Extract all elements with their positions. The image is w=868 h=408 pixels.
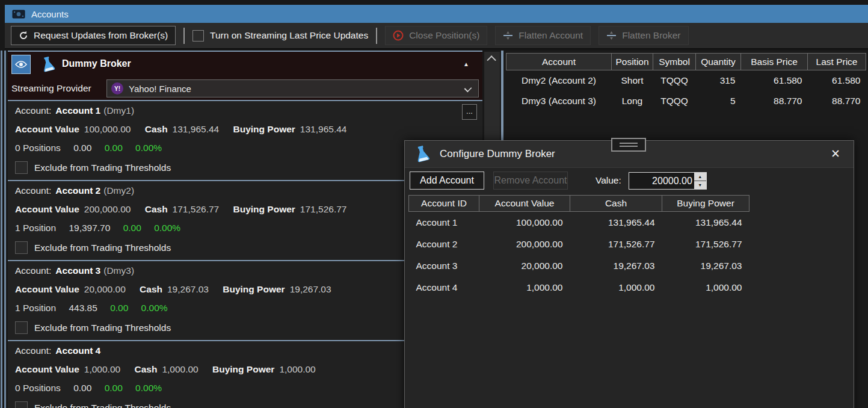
column-header-buying-power[interactable]: Buying Power (662, 196, 749, 212)
cell-account-id: Account 1 (409, 212, 479, 234)
dialog-controls: Add Account Remove Account Value: 20000.… (410, 171, 849, 190)
value-input[interactable]: 20000.00 (629, 173, 694, 189)
config-header-row: Account ID Account Value Cash Buying Pow… (409, 196, 749, 212)
cash-icon (12, 10, 25, 19)
close-positions-button[interactable]: Close Position(s) (385, 26, 487, 45)
flatten-account-button[interactable]: Flatten Account (495, 26, 591, 45)
dialog-drag-grip[interactable] (611, 138, 646, 152)
add-account-button[interactable]: Add Account (410, 172, 484, 190)
configure-broker-dialog: Configure Dummy Broker ✕ Add Account Rem… (404, 140, 854, 408)
broker-header: Dummy Broker ▲ Streaming Provider Y! Yah… (8, 52, 482, 100)
remove-account-button[interactable]: Remove Account (493, 172, 568, 190)
collapse-icon[interactable]: ▲ (463, 61, 469, 67)
streaming-toggle[interactable]: Turn on Streaming Last Price Updates (192, 30, 368, 42)
cell-cash: 131,965.44 (570, 212, 662, 234)
position-row[interactable]: Dmy2 (Account 2) Short TQQQ 315 61.580 6… (506, 70, 866, 91)
cash-value: 131,965.44 (173, 124, 220, 134)
cash-label: Cash (140, 284, 162, 294)
positions-market-value: 443.85 (69, 303, 97, 313)
visibility-toggle-button[interactable] (11, 55, 31, 74)
cell-account: Dmy2 (Account 2) (506, 70, 612, 91)
cell-cash: 171,526.77 (570, 233, 662, 255)
column-header-last-price[interactable]: Last Price (808, 54, 866, 70)
eye-icon (15, 60, 27, 69)
config-account-row[interactable]: Account 2 200,000.00 171,526.77 171,526.… (409, 233, 749, 255)
account-title: Account:Account 1(Dmy1) (15, 105, 475, 116)
exclude-thresholds-checkbox[interactable] (15, 321, 28, 334)
cell-position: Short (612, 70, 653, 91)
scroll-up-button[interactable] (484, 52, 500, 66)
cell-cash: 1,000.00 (570, 277, 662, 298)
config-account-row[interactable]: Account 1 100,000.00 131,965.44 131,965.… (409, 212, 749, 234)
account-values-row: Account Value100,000.00 Cash131,965.44 B… (15, 124, 475, 135)
exclude-thresholds-checkbox[interactable] (15, 161, 28, 174)
flatten-broker-label: Flatten Broker (622, 30, 680, 41)
exclude-thresholds-checkbox[interactable] (15, 401, 28, 408)
account-value-label: Account Value (15, 284, 79, 294)
cell-position: Long (612, 91, 653, 111)
exclude-thresholds-label: Exclude from Trading Thresholds (34, 403, 171, 408)
value-spinner[interactable]: 20000.00 ▲ ▼ (629, 172, 707, 190)
cash-label: Cash (145, 204, 168, 214)
column-header-account-id[interactable]: Account ID (409, 196, 479, 212)
spinner-buttons: ▲ ▼ (694, 173, 706, 189)
spinner-down-button[interactable]: ▼ (694, 181, 706, 189)
streaming-provider-row: Streaming Provider Y! Yahoo! Finance (8, 77, 482, 100)
close-positions-label: Close Position(s) (409, 30, 479, 41)
column-header-basis-price[interactable]: Basis Price (741, 54, 808, 70)
flatten-broker-button[interactable]: Flatten Broker (599, 26, 688, 45)
account-value: 100,000.00 (84, 124, 131, 134)
exclude-thresholds-checkbox[interactable] (15, 241, 28, 254)
spinner-up-button[interactable]: ▲ (694, 173, 706, 181)
account-value: 20,000.00 (84, 284, 126, 294)
account-options-button[interactable]: ... (462, 104, 477, 120)
cash-value: 171,526.77 (173, 204, 220, 214)
account-value-label: Account Value (15, 364, 79, 374)
column-header-account-value[interactable]: Account Value (479, 196, 570, 212)
positions-count: 0 Positions (15, 383, 61, 393)
close-icon[interactable]: ✕ (831, 147, 840, 161)
buying-power-label: Buying Power (233, 204, 295, 214)
toolbar-separator (376, 28, 377, 44)
pnl-value: 0.00 (105, 143, 123, 153)
request-updates-button[interactable]: Request Updates from Broker(s) (11, 26, 176, 45)
buying-power-value: 19,267.03 (290, 284, 331, 294)
exclude-thresholds-label: Exclude from Trading Thresholds (34, 243, 171, 253)
cell-symbol: TQQQ (653, 70, 696, 91)
column-header-quantity[interactable]: Quantity (696, 54, 741, 70)
account-suffix: (Dmy3) (103, 265, 134, 276)
exclude-thresholds-label: Exclude from Trading Thresholds (34, 162, 171, 173)
streaming-provider-select[interactable]: Y! Yahoo! Finance (106, 79, 479, 97)
buying-power-value: 1,000.00 (279, 364, 315, 374)
pnl-percent: 0.00% (141, 303, 168, 313)
request-updates-label: Request Updates from Broker(s) (34, 30, 168, 41)
cell-symbol: TQQQ (653, 91, 696, 111)
buying-power-label: Buying Power (223, 284, 285, 294)
account-value-label: Account Value (15, 124, 79, 134)
cash-value: 1,000.00 (162, 364, 198, 374)
column-header-cash[interactable]: Cash (570, 196, 662, 212)
window-edge-strip (4, 51, 6, 408)
pnl-value: 0.00 (105, 383, 123, 393)
cell-buying-power: 1,000.00 (662, 277, 749, 298)
column-header-position[interactable]: Position (612, 54, 653, 70)
window-title: Accounts (31, 9, 69, 19)
dialog-titlebar[interactable]: Configure Dummy Broker ✕ (405, 141, 854, 168)
cell-buying-power: 171,526.77 (662, 233, 749, 255)
streaming-checkbox[interactable] (192, 30, 204, 42)
account-name: Account 2 (55, 185, 100, 196)
window-titlebar[interactable]: Accounts (5, 5, 868, 23)
refresh-icon (19, 31, 28, 40)
pnl-value: 0.00 (123, 223, 141, 233)
position-row[interactable]: Dmy3 (Account 3) Long TQQQ 5 88.770 88.7… (506, 91, 866, 111)
pnl-percent: 0.00% (154, 223, 180, 233)
cash-label: Cash (145, 124, 168, 134)
config-account-row[interactable]: Account 4 1,000.00 1,000.00 1,000.00 (409, 277, 749, 298)
column-header-symbol[interactable]: Symbol (653, 54, 696, 70)
config-account-row[interactable]: Account 3 20,000.00 19,267.03 19,267.03 (409, 255, 749, 277)
flask-icon (39, 56, 57, 73)
column-header-account[interactable]: Account (506, 54, 612, 70)
positions-market-value: 0.00 (73, 383, 91, 393)
pnl-percent: 0.00% (135, 383, 162, 393)
account-value-label: Account Value (15, 204, 79, 214)
